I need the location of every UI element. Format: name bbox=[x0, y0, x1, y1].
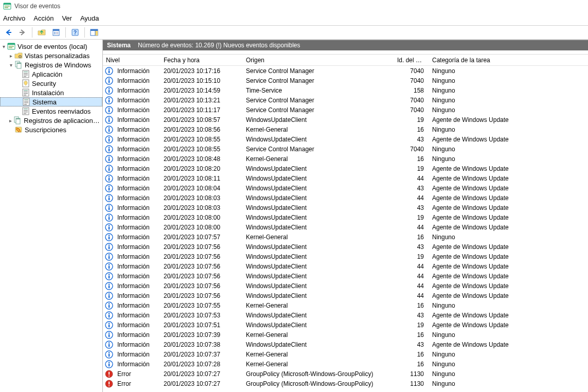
expand-toggle-icon[interactable]: ▸ bbox=[7, 118, 13, 123]
event-row[interactable]: Información20/01/2023 10:07:39Kernel-Gen… bbox=[103, 330, 588, 340]
help-button[interactable] bbox=[69, 27, 81, 38]
tree-log-system[interactable]: Sistema bbox=[0, 97, 102, 106]
cell-date: 20/01/2023 10:08:00 bbox=[161, 224, 243, 231]
show-panes-button[interactable] bbox=[88, 27, 100, 38]
up-level-button[interactable] bbox=[35, 27, 48, 38]
event-row[interactable]: Información20/01/2023 10:08:00WindowsUpd… bbox=[103, 212, 588, 222]
event-row[interactable]: Información20/01/2023 10:07:57Kernel-Gen… bbox=[103, 232, 588, 242]
navigation-tree[interactable]: ▾ Visor de eventos (local) ▸ Vistas pers… bbox=[0, 40, 103, 392]
cell-event-id: 1130 bbox=[394, 370, 429, 378]
event-row[interactable]: Información20/01/2023 10:07:55Kernel-Gen… bbox=[103, 300, 588, 310]
expand-toggle-icon[interactable]: ▾ bbox=[0, 44, 7, 49]
event-row[interactable]: Información20/01/2023 10:11:17Service Co… bbox=[103, 105, 588, 115]
event-row[interactable]: Información20/01/2023 10:07:56WindowsUpd… bbox=[103, 252, 588, 261]
cell-category: Ninguno bbox=[429, 155, 588, 163]
event-row[interactable]: Información20/01/2023 10:07:56WindowsUpd… bbox=[103, 291, 588, 300]
expand-toggle-icon[interactable]: ▸ bbox=[7, 53, 14, 59]
cell-level: Información bbox=[114, 136, 161, 143]
cell-date: 20/01/2023 10:07:56 bbox=[161, 263, 243, 270]
info-icon bbox=[105, 194, 113, 202]
nav-back-button[interactable] bbox=[2, 27, 14, 38]
event-row[interactable]: Información20/01/2023 10:07:28Kernel-Gen… bbox=[103, 359, 588, 369]
col-origin[interactable]: Origen bbox=[243, 57, 394, 64]
col-event-id[interactable]: Id. del ev... bbox=[394, 57, 429, 64]
col-date[interactable]: Fecha y hora bbox=[161, 57, 243, 64]
nav-forward-button[interactable] bbox=[16, 27, 29, 38]
event-row[interactable]: Error20/01/2023 10:07:27GroupPolicy (Mic… bbox=[103, 379, 588, 388]
tree-log-security[interactable]: Security bbox=[0, 79, 102, 88]
cell-date: 20/01/2023 10:07:55 bbox=[161, 302, 243, 309]
event-row[interactable]: Información20/01/2023 10:07:51WindowsUpd… bbox=[103, 320, 588, 330]
menu-help[interactable]: Ayuda bbox=[80, 14, 99, 22]
toolbar-separator bbox=[32, 27, 32, 38]
list-header-bar: Sistema Número de eventos: 10.269 (!) Nu… bbox=[103, 40, 588, 50]
cell-level: Información bbox=[114, 292, 161, 299]
event-rows[interactable]: Información20/01/2023 10:17:16Service Co… bbox=[103, 66, 588, 392]
tree-root[interactable]: ▾ Visor de eventos (local) bbox=[0, 42, 102, 51]
event-row[interactable]: Información20/01/2023 10:08:55WindowsUpd… bbox=[103, 134, 588, 144]
cell-level: Información bbox=[114, 146, 161, 153]
cell-event-id: 19 bbox=[394, 322, 429, 329]
cell-category: Agente de Windows Update bbox=[429, 253, 588, 260]
event-row[interactable]: Información20/01/2023 10:07:56WindowsUpd… bbox=[103, 242, 588, 252]
tree-custom-views[interactable]: ▸ Vistas personalizadas bbox=[0, 51, 102, 60]
event-row[interactable]: Información20/01/2023 10:08:11WindowsUpd… bbox=[103, 173, 588, 183]
event-row[interactable]: Información20/01/2023 10:07:56WindowsUpd… bbox=[103, 271, 588, 281]
menu-file[interactable]: Archivo bbox=[3, 14, 25, 22]
event-row[interactable]: Información20/01/2023 10:07:53WindowsUpd… bbox=[103, 310, 588, 320]
toolbar bbox=[0, 25, 588, 40]
event-row[interactable]: Error20/01/2023 10:07:27GroupPolicy (Mic… bbox=[103, 369, 588, 379]
cell-event-id: 19 bbox=[394, 116, 429, 123]
event-row[interactable]: Información20/01/2023 10:08:48Kernel-Gen… bbox=[103, 154, 588, 164]
cell-level: Información bbox=[114, 77, 161, 84]
cell-event-id: 1130 bbox=[394, 380, 429, 387]
event-row[interactable]: Información20/01/2023 10:07:56WindowsUpd… bbox=[103, 281, 588, 291]
event-row[interactable]: Información20/01/2023 10:08:00WindowsUpd… bbox=[103, 222, 588, 232]
tree-log-application[interactable]: Aplicación bbox=[0, 69, 102, 79]
event-row[interactable]: Información20/01/2023 10:08:55Service Co… bbox=[103, 144, 588, 154]
menu-view[interactable]: Ver bbox=[62, 14, 72, 22]
expand-toggle-icon[interactable]: ▾ bbox=[7, 62, 14, 68]
cell-category: Ninguno bbox=[429, 97, 588, 104]
info-icon bbox=[105, 155, 113, 163]
cell-event-id: 16 bbox=[394, 331, 429, 338]
cell-date: 20/01/2023 10:08:20 bbox=[161, 165, 243, 172]
tree-app-services-logs[interactable]: ▸ Registros de aplicaciones y s bbox=[0, 116, 102, 125]
cell-level: Información bbox=[114, 194, 161, 202]
event-row[interactable]: Información20/01/2023 10:08:56Kernel-Gen… bbox=[103, 124, 588, 134]
tree-windows-logs[interactable]: ▾ Registros de Windows bbox=[0, 60, 102, 69]
tree-log-setup[interactable]: Instalación bbox=[0, 88, 102, 97]
cell-category: Agente de Windows Update bbox=[429, 136, 588, 143]
event-row[interactable]: Información20/01/2023 10:13:21Service Co… bbox=[103, 95, 588, 105]
cell-level: Información bbox=[114, 126, 161, 133]
col-level[interactable]: Nivel bbox=[103, 57, 161, 64]
cell-event-id: 43 bbox=[394, 136, 429, 143]
event-row[interactable]: Información20/01/2023 10:14:59Time-Servi… bbox=[103, 85, 588, 95]
tree-subscriptions[interactable]: Suscripciones bbox=[0, 125, 102, 134]
cell-origin: GroupPolicy (Microsoft-Windows-GroupPoli… bbox=[243, 370, 394, 378]
event-row[interactable]: Información20/01/2023 10:07:38WindowsUpd… bbox=[103, 340, 588, 349]
cell-level: Información bbox=[114, 116, 161, 123]
tree-label: Eventos reenviados bbox=[32, 108, 91, 115]
cell-level: Información bbox=[114, 312, 161, 319]
event-row[interactable]: Información20/01/2023 10:15:10Service Co… bbox=[103, 76, 588, 85]
properties-button[interactable] bbox=[50, 27, 62, 38]
event-row[interactable]: Información20/01/2023 10:08:04WindowsUpd… bbox=[103, 183, 588, 193]
cell-origin: WindowsUpdateClient bbox=[243, 341, 394, 348]
cell-level: Error bbox=[114, 380, 161, 387]
cell-date: 20/01/2023 10:07:51 bbox=[161, 322, 243, 329]
menu-action[interactable]: Acción bbox=[33, 14, 54, 22]
col-category[interactable]: Categoría de la tarea bbox=[429, 57, 588, 64]
info-icon bbox=[105, 116, 113, 124]
tree-log-forwarded[interactable]: Eventos reenviados bbox=[0, 106, 102, 116]
event-row[interactable]: Información20/01/2023 10:08:57WindowsUpd… bbox=[103, 115, 588, 124]
event-row[interactable]: Información20/01/2023 10:07:37Kernel-Gen… bbox=[103, 349, 588, 359]
event-row[interactable]: Información20/01/2023 10:08:03WindowsUpd… bbox=[103, 203, 588, 212]
cell-origin: WindowsUpdateClient bbox=[243, 165, 394, 172]
cell-level: Información bbox=[114, 253, 161, 260]
event-row[interactable]: Información20/01/2023 10:07:56WindowsUpd… bbox=[103, 261, 588, 271]
event-row[interactable]: Información20/01/2023 10:08:03WindowsUpd… bbox=[103, 193, 588, 203]
event-row[interactable]: Información20/01/2023 10:08:20WindowsUpd… bbox=[103, 164, 588, 173]
cell-level: Información bbox=[114, 341, 161, 348]
event-row[interactable]: Información20/01/2023 10:17:16Service Co… bbox=[103, 66, 588, 76]
